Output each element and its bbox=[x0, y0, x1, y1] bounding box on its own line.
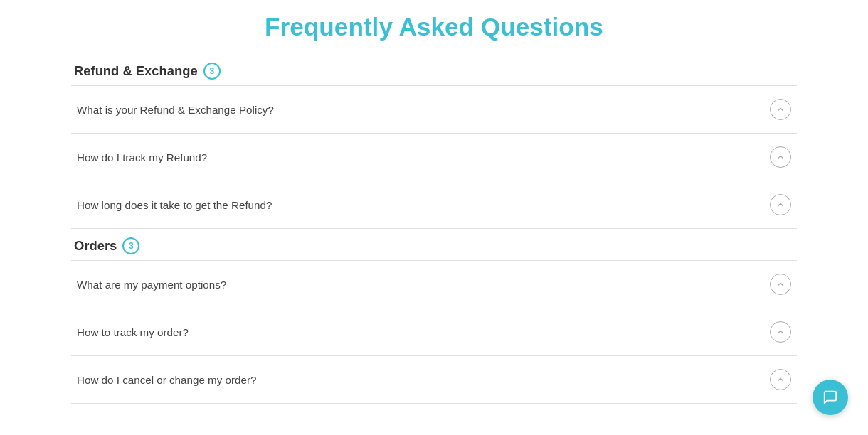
section-title-refund-exchange: Refund & Exchange bbox=[74, 63, 198, 79]
chevron-button-q5[interactable] bbox=[770, 321, 791, 343]
faq-question-q5: How to track my order? bbox=[77, 326, 189, 338]
section-badge-refund-exchange: 3 bbox=[203, 63, 221, 80]
faq-item-q1[interactable]: What is your Refund & Exchange Policy? bbox=[71, 86, 797, 134]
chevron-up-icon bbox=[776, 152, 785, 162]
faq-item-q3[interactable]: How long does it take to get the Refund? bbox=[71, 181, 797, 229]
faq-list-refund-exchange: What is your Refund & Exchange Policy? H… bbox=[71, 85, 797, 229]
faq-item-q5[interactable]: How to track my order? bbox=[71, 308, 797, 356]
section-badge-orders: 3 bbox=[122, 237, 139, 254]
faq-question-q2: How do I track my Refund? bbox=[77, 151, 207, 163]
section-header-refund-exchange: Refund & Exchange3 bbox=[71, 63, 797, 80]
faq-item-q4[interactable]: What are my payment options? bbox=[71, 261, 797, 308]
chevron-button-q2[interactable] bbox=[770, 146, 791, 168]
chevron-up-icon bbox=[776, 200, 785, 210]
chevron-up-icon bbox=[776, 104, 785, 114]
section-header-orders: Orders3 bbox=[71, 237, 797, 254]
section-orders: Orders3What are my payment options? How … bbox=[71, 237, 797, 404]
section-title-orders: Orders bbox=[74, 238, 117, 254]
chat-icon bbox=[822, 390, 838, 405]
chevron-button-q3[interactable] bbox=[770, 194, 791, 215]
chevron-button-q4[interactable] bbox=[770, 274, 791, 295]
chevron-up-icon bbox=[776, 279, 785, 289]
chevron-button-q1[interactable] bbox=[770, 99, 791, 120]
faq-question-q4: What are my payment options? bbox=[77, 279, 226, 291]
faq-list-orders: What are my payment options? How to trac… bbox=[71, 260, 797, 404]
faq-question-q3: How long does it take to get the Refund? bbox=[77, 199, 272, 211]
page-title: Frequently Asked Questions bbox=[71, 0, 797, 63]
faq-item-q6[interactable]: How do I cancel or change my order? bbox=[71, 356, 797, 404]
faq-question-q6: How do I cancel or change my order? bbox=[77, 374, 256, 386]
chevron-up-icon bbox=[776, 327, 785, 337]
chevron-button-q6[interactable] bbox=[770, 369, 791, 390]
chevron-up-icon bbox=[776, 375, 785, 385]
section-refund-exchange: Refund & Exchange3What is your Refund & … bbox=[71, 63, 797, 229]
chat-fab-button[interactable] bbox=[813, 380, 848, 415]
faq-question-q1: What is your Refund & Exchange Policy? bbox=[77, 104, 274, 116]
faq-item-q2[interactable]: How do I track my Refund? bbox=[71, 134, 797, 181]
